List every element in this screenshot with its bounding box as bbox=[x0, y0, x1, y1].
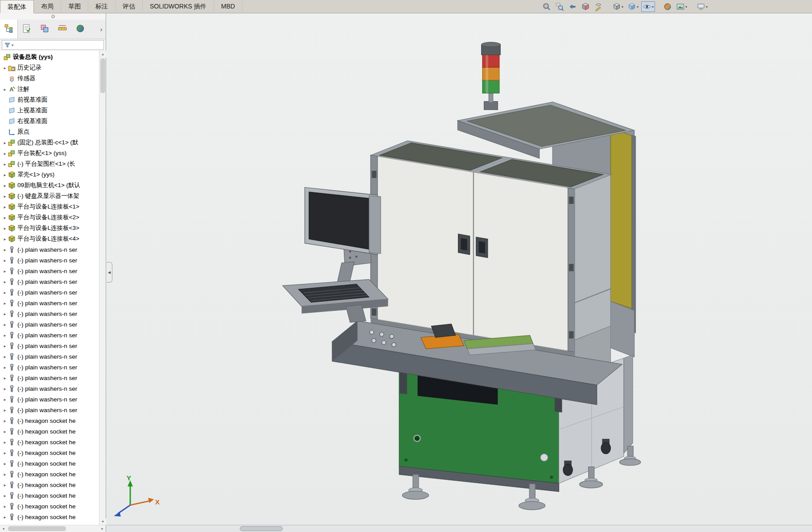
expand-arrow-icon[interactable]: ▸ bbox=[2, 140, 8, 145]
tree-item[interactable]: ▸平台与设备L连接板<3> bbox=[0, 223, 99, 233]
expand-arrow-icon[interactable]: ▸ bbox=[2, 418, 8, 423]
expand-arrow-icon[interactable]: ▸ bbox=[2, 215, 8, 220]
expand-arrow-icon[interactable]: ▸ bbox=[2, 226, 8, 231]
tree-item[interactable]: ▸传感器 bbox=[0, 73, 99, 84]
expand-arrow-icon[interactable]: ▸ bbox=[2, 365, 8, 370]
tree-item[interactable]: ▸(-) plain washers-n ser bbox=[0, 319, 99, 330]
expand-arrow-icon[interactable]: ▸ bbox=[2, 450, 8, 455]
ribbon-tab-layout[interactable]: 布局 bbox=[34, 0, 61, 13]
ribbon-tab-evaluate[interactable]: 评估 bbox=[115, 0, 143, 13]
tree-item[interactable]: ▸(-) hexagon socket he bbox=[0, 437, 99, 447]
ribbon-tab-assembly[interactable]: 装配体 bbox=[0, 0, 34, 13]
ribbon-tab-mbd[interactable]: MBD bbox=[214, 0, 243, 13]
tree-item[interactable]: ▸(-) hexagon socket he bbox=[0, 458, 99, 469]
expand-arrow-icon[interactable]: ▸ bbox=[2, 333, 8, 338]
tree-item[interactable]: ▸(-) plain washers-n ser bbox=[0, 255, 99, 266]
tree-item[interactable]: ▸(-) hexagon socket he bbox=[0, 490, 99, 501]
expand-arrow-icon[interactable]: ▸ bbox=[2, 205, 8, 209]
tree-item[interactable]: ▸(-) plain washers-n ser bbox=[0, 244, 99, 255]
expand-arrow-icon[interactable]: ▸ bbox=[2, 493, 8, 498]
tree-item[interactable]: ▸原点 bbox=[0, 127, 99, 137]
tree-item[interactable]: ▸(-) plain washers-n ser bbox=[0, 372, 99, 383]
ribbon-tab-markup[interactable]: 标注 bbox=[88, 0, 115, 13]
panel-collapse-button[interactable]: ◀ bbox=[107, 262, 112, 282]
view-orientation-button[interactable]: ▾ bbox=[611, 1, 625, 12]
expand-arrow-icon[interactable]: ▸ bbox=[2, 344, 8, 348]
scroll-left-button[interactable]: ◂ bbox=[0, 525, 7, 532]
tree-item[interactable]: ▸(-) plain washers-n ser bbox=[0, 330, 99, 340]
expand-arrow-icon[interactable]: ▸ bbox=[2, 322, 8, 327]
expand-arrow-icon[interactable]: ▸ bbox=[2, 247, 8, 252]
expand-arrow-icon[interactable]: ▸ bbox=[2, 408, 8, 413]
expand-arrow-icon[interactable]: ▸ bbox=[2, 301, 8, 306]
zoom-area-button[interactable] bbox=[554, 1, 565, 12]
panel-splitter-handle[interactable] bbox=[0, 13, 106, 20]
tree-item[interactable]: ▸平台与设备L连接板<1> bbox=[0, 201, 99, 212]
tree-item[interactable]: ▸(-) 平台架围栏<1> (长 bbox=[0, 159, 99, 169]
filter-button[interactable]: ▾ bbox=[2, 40, 104, 50]
tree-item[interactable]: ▸(-) plain washers-n ser bbox=[0, 351, 99, 362]
tree-item[interactable]: ▸(-) plain washers-n ser bbox=[0, 340, 99, 351]
expand-arrow-icon[interactable]: ▸ bbox=[2, 397, 8, 402]
panel-tab-configurationmanager[interactable] bbox=[36, 20, 54, 39]
tree-item[interactable]: ▸罩壳<1> (yys) bbox=[0, 169, 99, 180]
panel-tab-propertymanager[interactable] bbox=[18, 20, 36, 39]
expand-arrow-icon[interactable]: ▸ bbox=[2, 504, 8, 509]
tree-item[interactable]: ▸(-) plain washers-n ser bbox=[0, 383, 99, 394]
tree-item[interactable]: ▸A注解 bbox=[0, 84, 99, 94]
panel-tab-dimxpertmanager[interactable] bbox=[54, 20, 71, 39]
expand-arrow-icon[interactable]: ▸ bbox=[2, 279, 8, 284]
expand-arrow-icon[interactable]: ▸ bbox=[2, 461, 8, 466]
tree-item[interactable]: ▸(-) hexagon socket he bbox=[0, 501, 99, 512]
tree-item[interactable]: ▸(-) 键盘及显示器一体架 bbox=[0, 191, 99, 201]
ribbon-tab-addins[interactable]: SOLIDWORKS 插件 bbox=[143, 0, 214, 13]
panel-tab-featuremanager[interactable] bbox=[0, 20, 18, 39]
expand-arrow-icon[interactable]: ▸ bbox=[2, 311, 8, 316]
ribbon-tab-sketch[interactable]: 草图 bbox=[61, 0, 88, 13]
expand-arrow-icon[interactable]: ▸ bbox=[2, 183, 8, 188]
tree-horizontal-scrollbar[interactable]: ◂ ▸ bbox=[0, 525, 106, 532]
expand-arrow-icon[interactable]: ▸ bbox=[2, 258, 8, 263]
tree-item[interactable]: ▸平台与设备L连接板<2> bbox=[0, 212, 99, 223]
expand-arrow-icon[interactable]: ▸ bbox=[2, 237, 8, 241]
tree-item[interactable]: ▸(-) plain washers-n ser bbox=[0, 266, 99, 276]
zoom-fit-button[interactable] bbox=[541, 1, 552, 12]
tree-item[interactable]: ▸设备总装 (yys) bbox=[0, 52, 99, 62]
tree-item[interactable]: ▸(-) hexagon socket he bbox=[0, 512, 99, 522]
edit-appearance-button[interactable] bbox=[662, 1, 673, 12]
expand-arrow-icon[interactable]: ▸ bbox=[2, 354, 8, 359]
scroll-thumb[interactable] bbox=[8, 526, 66, 531]
apply-scene-button[interactable]: ▾ bbox=[675, 1, 688, 12]
scroll-thumb[interactable] bbox=[240, 526, 283, 531]
expand-arrow-icon[interactable]: ▸ bbox=[2, 472, 8, 477]
scroll-down-button[interactable]: ▾ bbox=[99, 518, 106, 525]
tree-item[interactable]: ▸(-) plain washers-n ser bbox=[0, 394, 99, 405]
tree-item[interactable]: ▸前视基准面 bbox=[0, 94, 99, 105]
display-style-button[interactable]: ▾ bbox=[626, 1, 640, 12]
expand-arrow-icon[interactable]: ▸ bbox=[2, 376, 8, 381]
expand-arrow-icon[interactable]: ▸ bbox=[2, 515, 8, 520]
tree-item[interactable]: ▸(-) plain washers-n ser bbox=[0, 362, 99, 372]
tree-item[interactable]: ▸(固定) 总装图-c<1> (默 bbox=[0, 137, 99, 148]
panel-tab-overflow-button[interactable]: › bbox=[97, 20, 106, 39]
graphics-viewport[interactable] bbox=[0, 13, 812, 525]
previous-view-button[interactable] bbox=[567, 1, 578, 12]
hide-show-items-button[interactable]: ▾ bbox=[641, 1, 655, 12]
tree-item[interactable]: ▸(-) hexagon socket he bbox=[0, 479, 99, 490]
dynamic-annotation-button[interactable] bbox=[593, 1, 604, 12]
expand-arrow-icon[interactable]: ▸ bbox=[2, 290, 8, 295]
expand-arrow-icon[interactable]: ▸ bbox=[2, 429, 8, 434]
panel-tab-displaymanager[interactable] bbox=[71, 20, 89, 39]
scroll-right-button[interactable]: ▸ bbox=[99, 525, 106, 532]
view-settings-button[interactable]: ▾ bbox=[695, 1, 709, 12]
tree-item[interactable]: ▸平台装配<1> (yss) bbox=[0, 148, 99, 159]
tree-item[interactable]: ▸09新电脑主机<1> (默认 bbox=[0, 180, 99, 191]
scroll-thumb[interactable] bbox=[100, 58, 105, 93]
tree-item[interactable]: ▸(-) plain washers-n ser bbox=[0, 298, 99, 308]
tree-vertical-scrollbar[interactable]: ▴ ▾ bbox=[99, 51, 106, 525]
expand-arrow-icon[interactable]: ▸ bbox=[2, 440, 8, 445]
tree-item[interactable]: ▸(-) hexagon socket he bbox=[0, 447, 99, 458]
expand-arrow-icon[interactable]: ▸ bbox=[2, 194, 8, 199]
tree-item[interactable]: ▸(-) plain washers-n ser bbox=[0, 287, 99, 298]
tree-item[interactable]: ▸历史记录 bbox=[0, 62, 99, 73]
